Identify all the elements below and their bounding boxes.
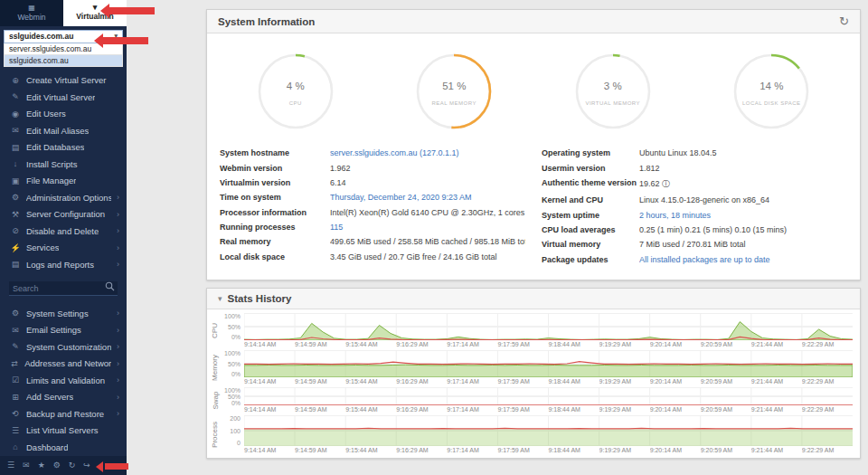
sidebar-item[interactable]: ☑ Limits and Validation ›: [0, 372, 127, 389]
menu-item-icon: ☰: [10, 426, 21, 435]
system-information-header: System Information ↻: [207, 10, 860, 33]
gauge-cpu: 4 %CPU: [252, 48, 339, 135]
chart-axis-title: Memory: [209, 350, 221, 385]
menu-item-icon: ⚙: [10, 309, 21, 318]
gauges: 4 %CPU51 %REAL MEMORY3 %VIRTUAL MEMORY14…: [207, 33, 860, 138]
sidebar-item[interactable]: ⚡ Services ›: [0, 240, 127, 257]
menu-item-label: System Customization: [26, 342, 111, 352]
menu-item-icon: ✉: [10, 126, 21, 135]
sidebar-item[interactable]: ⊞ Add Servers ›: [0, 389, 127, 406]
stats-history-panel: ▾ Stats History CPU100%50%0%9:14:14 AM9:…: [206, 288, 861, 459]
menu-item-icon: ✎: [10, 92, 21, 101]
collapse-icon[interactable]: ▾: [218, 294, 222, 303]
menu-item-label: Server Configuration: [26, 209, 105, 219]
info-row: Virtualmin version 6.14: [220, 176, 525, 190]
gauge-ring: [570, 48, 656, 135]
menu-item-icon: ▣: [10, 176, 21, 185]
sidebar-item[interactable]: ✎ Edit Virtual Server: [0, 89, 127, 106]
logout-icon[interactable]: ↪: [83, 461, 90, 470]
gauge-virtual-memory: 3 %VIRTUAL MEMORY: [570, 48, 656, 135]
chart-plot: [244, 313, 853, 340]
refresh-icon[interactable]: ↻: [69, 461, 76, 470]
info-row: Running processes 115: [220, 220, 525, 234]
chevron-right-icon: ›: [117, 260, 119, 269]
sidebar-item[interactable]: ⊘ Disable and Delete ›: [0, 223, 127, 240]
menu-item-label: Limits and Validation: [26, 375, 105, 385]
menu-item-icon: ☑: [10, 375, 21, 385]
chart-ytick-labels: 100%50%0%: [221, 387, 244, 405]
chevron-right-icon: ›: [117, 375, 119, 385]
menu-item-label: System Settings: [26, 309, 89, 318]
sidebar-item[interactable]: ◉ Edit Users: [0, 106, 127, 123]
refresh-icon[interactable]: ↻: [839, 14, 849, 28]
chevron-down-icon: ▾: [93, 5, 98, 11]
info-label: Time on system: [220, 193, 330, 202]
chart-axis-title: CPU: [209, 313, 221, 347]
menu-item-icon: ✉: [10, 326, 21, 335]
sidebar-item[interactable]: ☰ List Virtual Servers: [0, 423, 127, 440]
menu-item-label: Edit Databases: [26, 142, 84, 152]
annotation-arrow-footer: [105, 463, 128, 470]
menu-item-label: Edit Users: [26, 109, 66, 119]
settings-icon[interactable]: ⚙: [53, 461, 61, 470]
tab-webmin[interactable]: ▦ Webmin: [0, 0, 63, 26]
info-label: Processor information: [220, 208, 330, 217]
chart-row-memory: Memory100%50%0%9:14:14 AM9:14:59 AM9:15:…: [209, 350, 853, 385]
search-input[interactable]: [9, 281, 118, 296]
chart-ytick-labels: 100%50%0%: [221, 350, 244, 377]
info-row: Real memory 499.65 MiB used / 258.58 MiB…: [220, 234, 525, 249]
gauge-percent: 3 %: [570, 81, 656, 91]
gauge-label: REAL MEMORY: [410, 100, 497, 106]
chart-ytick-labels: 100%50%0%: [221, 313, 244, 340]
menu-item-label: Create Virtual Server: [26, 75, 107, 85]
sidebar-item[interactable]: ⊕ Create Virtual Server: [0, 72, 127, 90]
gauge-label: CPU: [252, 100, 339, 106]
main-content: System Information ↻ 4 %CPU51 %REAL MEMO…: [206, 9, 861, 475]
menu-item-label: Disable and Delete: [26, 226, 99, 236]
info-column-left: System hostname server.sslguides.com.au …: [220, 146, 525, 267]
sidebar-item[interactable]: ⚙ Administration Options ›: [0, 189, 127, 206]
sidebar-item[interactable]: ✉ Email Settings ›: [0, 322, 127, 339]
sidebar-item[interactable]: ✎ System Customization ›: [0, 338, 127, 356]
chart-plot-area: 9:14:14 AM9:14:59 AM9:15:44 AM9:16:29 AM…: [244, 387, 853, 413]
sidebar-item[interactable]: ⚙ System Settings ›: [0, 305, 127, 322]
info-value: Linux 4.15.0-128-generic on x86_64: [639, 195, 847, 204]
mail-icon[interactable]: ✉: [23, 461, 30, 470]
menu-icon[interactable]: ☰: [7, 461, 14, 470]
favorites-icon[interactable]: ★: [38, 461, 45, 470]
sidebar-item[interactable]: ▣ File Manager: [0, 173, 127, 190]
sidebar-item[interactable]: ↓ Install Scripts: [0, 156, 127, 173]
info-row: Local disk space 3.45 GiB used / 20.7 Gi…: [220, 250, 525, 264]
sidebar-item[interactable]: ⌂ Dashboard: [0, 439, 127, 456]
sidebar-item[interactable]: ✉ Edit Mail Aliases: [0, 122, 127, 139]
chevron-right-icon: ›: [117, 210, 119, 219]
chart-axis-title: Swap: [209, 387, 221, 413]
menu-item-label: Addresses and Networking: [24, 358, 111, 368]
chart-time-labels: 9:14:14 AM9:14:59 AM9:15:44 AM9:16:29 AM…: [244, 447, 853, 453]
info-value: 115: [330, 223, 525, 232]
gauge-percent: 51 %: [410, 81, 497, 91]
domain-option[interactable]: server.sslguides.com.au: [4, 43, 123, 55]
sidebar-item[interactable]: ⇄ Addresses and Networking ›: [0, 356, 127, 373]
gauge-ring: [252, 48, 339, 135]
stats-charts: CPU100%50%0%9:14:14 AM9:14:59 AM9:15:44 …: [207, 309, 860, 458]
menu-item-label: Edit Mail Aliases: [26, 126, 89, 136]
gauge-real-memory: 51 %REAL MEMORY: [410, 48, 497, 135]
sidebar-item[interactable]: ▤ Logs and Reports ›: [0, 256, 127, 273]
info-value: All installed packages are up to date: [639, 255, 847, 264]
menu-item-label: Logs and Reports: [26, 260, 94, 270]
sidebar-item[interactable]: ▤ Edit Databases: [0, 139, 127, 157]
stats-history-header: ▾ Stats History: [207, 289, 860, 309]
info-label: Authentic theme version: [542, 178, 639, 190]
gauge-ring: [728, 48, 815, 135]
info-row: System hostname server.sslguides.com.au …: [220, 146, 525, 160]
info-row: Virtual memory 7 MiB used / 270.81 MiB t…: [542, 237, 847, 252]
chart-plot-area: 9:14:14 AM9:14:59 AM9:15:44 AM9:16:29 AM…: [244, 415, 853, 453]
menu-item-icon: ◉: [10, 109, 21, 119]
chart-plot: [244, 350, 853, 377]
sidebar-item[interactable]: ⚒ Server Configuration ›: [0, 206, 127, 223]
domain-select: sslguides.com.au ▾ server.sslguides.com.…: [4, 30, 123, 67]
domain-option[interactable]: sslguides.com.au: [4, 55, 123, 67]
info-label: Usermin version: [542, 164, 639, 173]
sidebar-item[interactable]: ⟲ Backup and Restore ›: [0, 405, 127, 423]
